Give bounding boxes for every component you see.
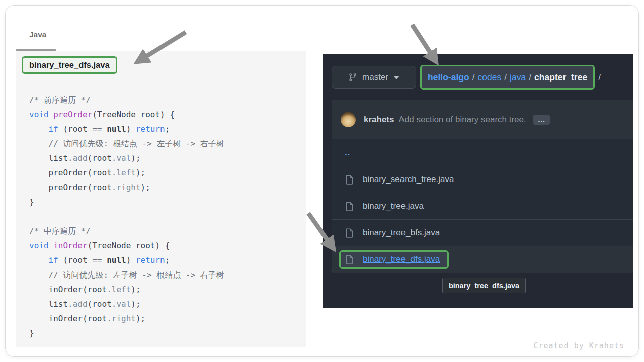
branch-name: master	[362, 72, 388, 82]
file-title-highlight: binary_tree_dfs.java	[22, 56, 117, 74]
code-line: /* 前序遍历 */	[29, 93, 306, 107]
code-line: // 访问优先级: 根结点 -> 左子树 -> 右子树	[29, 136, 306, 151]
updir-link[interactable]: ..	[345, 148, 350, 158]
commit-ellipsis-button[interactable]: …	[533, 115, 550, 125]
code-line: preOrder(root.right);	[29, 180, 306, 195]
file-row-binary_search_tree.java[interactable]: binary_search_tree.java	[332, 166, 633, 193]
breadcrumb-segment-chapter_tree: chapter_tree	[534, 72, 587, 83]
code-line: void inOrder(TreeNode root) {	[29, 238, 306, 253]
code-line: }	[29, 195, 306, 209]
breadcrumb-segment-hello-algo[interactable]: hello-algo	[428, 72, 469, 83]
commit-message-link[interactable]: Add section of binary search tree.	[398, 115, 526, 125]
code-line: if (root == null) return;	[29, 122, 306, 136]
file-row-..[interactable]: ..	[332, 139, 633, 166]
tab-java[interactable]: Java	[29, 30, 46, 39]
code-line: void preOrder(TreeNode root) {	[29, 107, 306, 122]
github-panel: master hello-algo/codes/java/chapter_tre…	[323, 54, 633, 308]
github-toolbar: master hello-algo/codes/java/chapter_tre…	[332, 65, 633, 90]
screenshot-card: Java binary_tree_dfs.java /* 前序遍历 */void…	[5, 5, 639, 357]
chevron-down-icon	[393, 76, 399, 79]
code-line: inOrder(root.left);	[29, 282, 306, 297]
link-preview-tooltip: binary_tree_dfs.java	[442, 278, 526, 293]
latest-commit-row: krahets Add section of binary search tre…	[332, 100, 633, 139]
file-name-link[interactable]: binary_tree.java	[363, 201, 424, 211]
code-panel: binary_tree_dfs.java /* 前序遍历 */void preO…	[16, 51, 306, 347]
file-name-link[interactable]: binary_tree_bfs.java	[363, 228, 440, 238]
code-line: if (root == null) return;	[29, 253, 306, 267]
file-browser-table: krahets Add section of binary search tre…	[332, 100, 633, 273]
avatar[interactable]	[341, 112, 356, 127]
breadcrumb-trailing-slash: /	[598, 72, 601, 83]
commit-author-link[interactable]: krahets	[364, 115, 394, 125]
code-line: /* 中序遍历 */	[29, 224, 306, 238]
git-branch-icon	[348, 73, 357, 82]
footer-credit: Created by Krahets	[533, 341, 624, 350]
file-row-binary_tree_bfs.java[interactable]: binary_tree_bfs.java	[332, 219, 633, 246]
breadcrumb: hello-algo/codes/java/chapter_tree	[428, 72, 587, 83]
breadcrumb-highlight: hello-algo/codes/java/chapter_tree	[420, 65, 595, 90]
breadcrumb-segment-java[interactable]: java	[510, 72, 526, 83]
file-icon	[345, 174, 354, 185]
code-line: list.add(root.val);	[29, 297, 306, 311]
code-block: /* 前序遍历 */void preOrder(TreeNode root) {…	[16, 79, 306, 340]
file-name-link[interactable]: binary_search_tree.java	[363, 174, 454, 185]
code-line: // 访问优先级: 左子树 -> 根结点 -> 右子树	[29, 267, 306, 282]
code-line: preOrder(root.left);	[29, 165, 306, 180]
file-name-link[interactable]: binary_tree_dfs.java	[363, 254, 440, 264]
file-row-binary_tree.java[interactable]: binary_tree.java	[332, 193, 633, 219]
file-icon	[345, 228, 354, 238]
code-line	[29, 209, 306, 224]
branch-selector-button[interactable]: master	[332, 66, 416, 89]
code-title-bar: binary_tree_dfs.java	[16, 51, 306, 79]
file-list: .. binary_search_tree.java binary_tree.j…	[332, 139, 633, 273]
breadcrumb-separator: /	[504, 72, 507, 83]
code-line: }	[29, 326, 306, 340]
breadcrumb-separator: /	[529, 72, 531, 83]
code-line: list.add(root.val);	[29, 151, 306, 165]
file-icon	[345, 201, 354, 212]
breadcrumb-segment-codes[interactable]: codes	[478, 72, 502, 83]
code-line: inOrder(root.right);	[29, 311, 306, 326]
file-row-binary_tree_dfs.java[interactable]: binary_tree_dfs.java	[332, 246, 633, 273]
breadcrumb-separator: /	[472, 72, 475, 83]
file-icon	[345, 254, 354, 265]
